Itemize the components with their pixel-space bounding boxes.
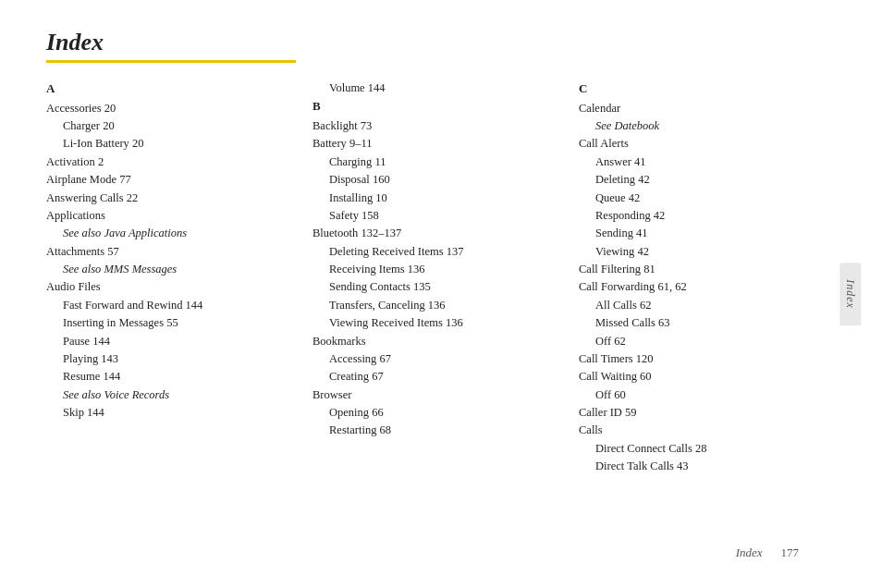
index-entry: Restarting 68 [312,422,570,439]
index-entry: Resume 144 [46,368,303,386]
index-entry: See also Java Applications [46,225,303,242]
index-entry: Creating 67 [312,368,570,386]
col-c: CCalendarSee DatebookCall AlertsAnswer 4… [579,80,845,538]
title-section: Index [46,28,845,72]
index-entry: Calls [579,422,836,439]
index-entry: Sending 41 [579,225,836,242]
index-entry: Battery 9–11 [312,135,570,153]
index-entry: Transfers, Canceling 136 [312,297,570,314]
index-entry: Call Timers 120 [579,350,836,368]
index-entry: Off 62 [579,333,836,350]
index-entry: Applications [46,207,303,225]
index-entry: Call Forwarding 61, 62 [579,278,836,296]
index-entry: Call Filtering 81 [579,261,836,278]
index-entry: Caller ID 59 [579,404,836,422]
index-entry: Installing 10 [312,190,570,207]
page: Index AAccessories 20Charger 20Li-Ion Ba… [0,0,882,588]
index-entry: Pause 144 [46,333,303,350]
index-entry: Accessories 20 [46,100,303,117]
page-title: Index [46,28,845,56]
sidebar-label: Index [840,263,862,325]
title-underline [46,60,296,63]
index-entry: Sending Contacts 135 [312,278,570,296]
index-entry: Browser [312,386,570,404]
page-footer: Index 177 [46,545,845,560]
index-entry: Airplane Mode 77 [46,171,303,189]
index-entry: Inserting in Messages 55 [46,314,303,332]
col-a: AAccessories 20Charger 20Li-Ion Battery … [46,80,312,538]
index-entry: Backlight 73 [312,117,570,135]
index-entry: Call Alerts [579,135,836,153]
index-entry: Charging 11 [312,153,570,171]
index-entry: Disposal 160 [312,171,570,189]
col-letter-a: A [46,81,303,96]
index-entry: Responding 42 [579,207,836,225]
index-entry: Answering Calls 22 [46,190,303,207]
col-letter-b: B [312,99,570,114]
index-entry: Queue 42 [579,190,836,207]
index-entry: Direct Talk Calls 43 [579,458,836,475]
index-entry: See also Voice Records [46,386,303,404]
index-entry: Deleting 42 [579,171,836,189]
index-entry: Opening 66 [312,404,570,422]
columns-container: AAccessories 20Charger 20Li-Ion Battery … [46,80,845,538]
footer-label: Index [736,545,763,560]
index-entry: Receiving Items 136 [312,261,570,278]
index-entry: See also MMS Messages [46,261,303,278]
index-entry: Calendar [579,100,836,117]
index-entry: Attachments 57 [46,243,303,261]
index-entry: See Datebook [579,117,836,135]
index-entry: Direct Connect Calls 28 [579,440,836,458]
index-entry: Volume 144 [312,80,570,97]
col-letter-c: C [579,81,836,96]
index-entry: All Calls 62 [579,297,836,314]
index-entry: Deleting Received Items 137 [312,243,570,261]
index-entry: Charger 20 [46,117,303,135]
index-entry: Activation 2 [46,153,303,171]
index-entry: Viewing 42 [579,243,836,261]
index-entry: Call Waiting 60 [579,368,836,386]
index-entry: Answer 41 [579,153,836,171]
index-entry: Off 60 [579,386,836,404]
col-b: Volume 144BBacklight 73Battery 9–11Charg… [312,80,579,538]
index-entry: Audio Files [46,278,303,296]
index-entry: Viewing Received Items 136 [312,314,570,332]
index-entry: Fast Forward and Rewind 144 [46,297,303,314]
index-entry: Bluetooth 132–137 [312,225,570,242]
index-entry: Playing 143 [46,350,303,368]
index-entry: Safety 158 [312,207,570,225]
index-entry: Li-Ion Battery 20 [46,135,303,153]
index-entry: Skip 144 [46,404,303,422]
index-entry: Bookmarks [312,333,570,350]
index-entry: Accessing 67 [312,350,570,368]
footer-page: 177 [781,545,800,560]
index-entry: Missed Calls 63 [579,314,836,332]
